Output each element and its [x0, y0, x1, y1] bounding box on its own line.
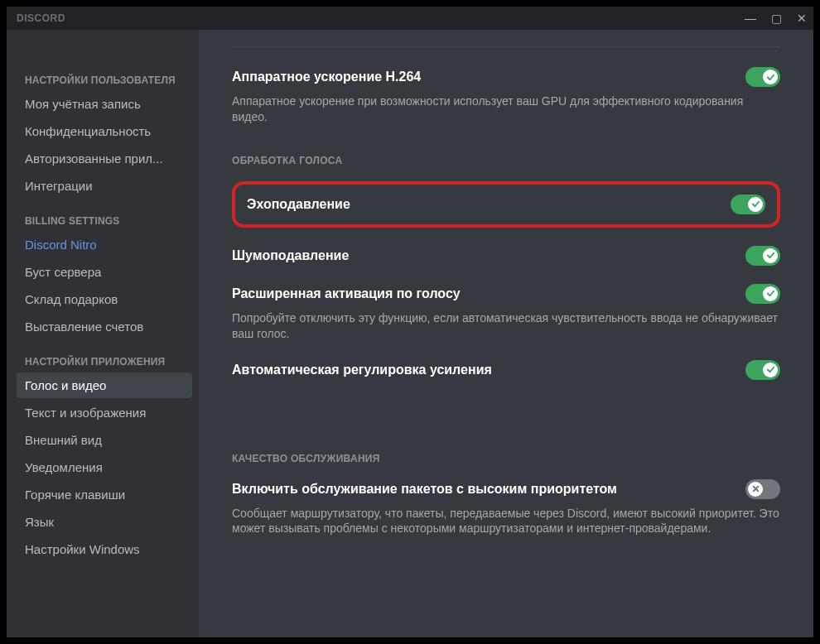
sidebar-section-app: НАСТРОЙКИ ПРИЛОЖЕНИЯ	[17, 351, 192, 372]
toggle-auto-gain[interactable]	[745, 360, 780, 380]
setting-echo: Эхоподавление	[247, 195, 765, 214]
toggle-echo[interactable]	[731, 195, 765, 214]
window-controls: — ▢ ✕	[745, 12, 807, 24]
content-area: НАСТРОЙКИ ПОЛЬЗОВАТЕЛЯ Моя учётная запис…	[7, 30, 813, 637]
app-window: DISCORD — ▢ ✕ НАСТРОЙКИ ПОЛЬЗОВАТЕЛЯ Моя…	[7, 7, 813, 637]
sidebar-section-user: НАСТРОЙКИ ПОЛЬЗОВАТЕЛЯ	[17, 70, 192, 91]
sidebar-item-appearance[interactable]: Внешний вид	[17, 427, 192, 453]
setting-echo-title: Эхоподавление	[247, 197, 350, 212]
setting-advanced-title: Расширенная активация по голосу	[232, 286, 461, 301]
toggle-hw-accel[interactable]	[745, 67, 780, 87]
sidebar-item-server-boost[interactable]: Буст сервера	[17, 259, 192, 285]
x-icon	[748, 482, 763, 497]
sidebar-item-integrations[interactable]: Интеграции	[17, 173, 192, 199]
sidebar-item-billing[interactable]: Выставление счетов	[17, 314, 192, 339]
setting-qos-desc: Сообщает маршрутизатору, что пакеты, пер…	[232, 506, 780, 537]
setting-hw-accel: Аппаратное ускорение H.264 Аппаратное ус…	[232, 67, 780, 125]
titlebar: DISCORD — ▢ ✕	[7, 7, 813, 30]
setting-gain-title: Автоматическая регулировка усиления	[232, 363, 492, 377]
sidebar-item-gift-inventory[interactable]: Склад подарков	[17, 286, 192, 312]
toggle-advanced-activation[interactable]	[745, 284, 780, 304]
setting-noise: Шумоподавление	[232, 246, 780, 266]
sidebar-item-voice-video[interactable]: Голос и видео	[17, 372, 192, 398]
setting-noise-title: Шумоподавление	[232, 248, 349, 263]
setting-hw-accel-title: Аппаратное ускорение H.264	[232, 70, 421, 84]
minimize-icon[interactable]: —	[745, 12, 756, 24]
toggle-qos[interactable]	[745, 479, 780, 499]
sidebar-item-notifications[interactable]: Уведомления	[17, 454, 192, 480]
setting-auto-gain: Автоматическая регулировка усиления	[232, 360, 780, 380]
sidebar-item-nitro[interactable]: Discord Nitro	[17, 232, 192, 257]
check-icon	[763, 286, 778, 301]
setting-advanced-desc: Попробуйте отключить эту функцию, если а…	[232, 310, 780, 342]
app-title: DISCORD	[17, 12, 65, 24]
setting-hw-accel-desc: Аппаратное ускорение при возможности исп…	[232, 94, 780, 125]
sidebar-item-keybinds[interactable]: Горячие клавиши	[17, 482, 192, 507]
section-header-qos: КАЧЕСТВО ОБСЛУЖИВАНИЯ	[232, 453, 780, 464]
check-icon	[748, 197, 763, 212]
highlight-echo: Эхоподавление	[232, 181, 780, 228]
close-icon[interactable]: ✕	[797, 12, 807, 24]
maximize-icon[interactable]: ▢	[771, 12, 782, 24]
toggle-noise[interactable]	[745, 246, 780, 266]
sidebar: НАСТРОЙКИ ПОЛЬЗОВАТЕЛЯ Моя учётная запис…	[7, 30, 199, 637]
sidebar-item-privacy[interactable]: Конфиденциальность	[17, 118, 192, 144]
sidebar-section-billing: BILLING SETTINGS	[17, 210, 192, 232]
sidebar-item-text-images[interactable]: Текст и изображения	[17, 400, 192, 425]
main-panel: Аппаратное ускорение H.264 Аппаратное ус…	[199, 30, 813, 637]
sidebar-item-windows[interactable]: Настройки Windows	[17, 536, 192, 562]
sidebar-item-language[interactable]: Язык	[17, 509, 192, 535]
sidebar-item-account[interactable]: Моя учётная запись	[17, 91, 192, 117]
section-header-voice: ОБРАБОТКА ГОЛОСА	[232, 155, 780, 166]
setting-qos-title: Включить обслуживание пакетов с высоким …	[232, 482, 617, 497]
check-icon	[763, 248, 778, 263]
setting-advanced-activation: Расширенная активация по голосу Попробуй…	[232, 284, 780, 342]
check-icon	[763, 363, 778, 377]
sidebar-item-authorized-apps[interactable]: Авторизованные прил...	[17, 146, 192, 171]
divider	[232, 46, 780, 47]
setting-qos: Включить обслуживание пакетов с высоким …	[232, 479, 780, 537]
check-icon	[763, 70, 778, 84]
